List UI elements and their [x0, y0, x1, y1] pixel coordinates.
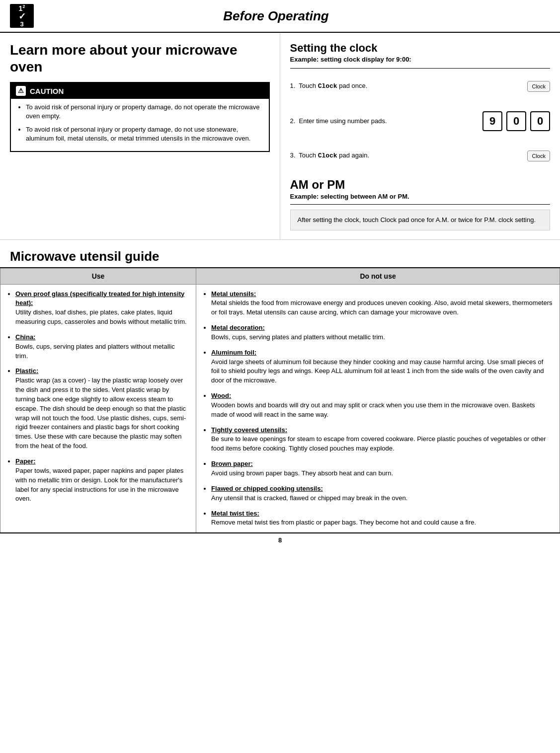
- am-pm-divider: [290, 204, 551, 205]
- dnu-wood-title: Wood:: [211, 392, 231, 399]
- use-item-glass-title: Oven proof glass (specifically treated f…: [15, 290, 184, 307]
- use-item-glass: Oven proof glass (specifically treated f…: [15, 290, 189, 327]
- dnu-aluminum-foil-text: Avoid large sheets of aluminum foil beca…: [211, 358, 544, 384]
- step1-clock-pad: Clock: [527, 81, 550, 92]
- dnu-metal-twist-text: Remove metal twist ties from plastic or …: [211, 519, 476, 526]
- step1-text-after: pad once.: [337, 82, 368, 89]
- dnu-tightly-covered: Tightly covered utensils: Be sure to lea…: [211, 426, 553, 454]
- learn-title: Learn more about your microwave oven: [10, 42, 270, 75]
- use-item-china-text: Bowls, cups, serving plates and platters…: [15, 343, 175, 360]
- caution-body: To avoid risk of personal injury or prop…: [11, 99, 269, 151]
- step3-number: 3. Touch: [290, 151, 318, 159]
- dnu-metal-utensils-title: Metal utensils:: [211, 290, 256, 298]
- dnu-metal-twist-title: Metal twist ties:: [211, 510, 259, 517]
- dnu-metal-decoration-title: Metal decoration:: [211, 324, 265, 331]
- use-list: Oven proof glass (specifically treated f…: [7, 290, 189, 504]
- am-pm-description: After setting the clock, touch Clock pad…: [290, 210, 551, 230]
- dnu-brown-paper: Brown paper: Avoid using brown paper bag…: [211, 459, 553, 478]
- dnu-flawed-text: Any utensil that is cracked, flawed or c…: [211, 494, 407, 502]
- dnu-aluminum-foil-title: Aluminum foil:: [211, 349, 256, 356]
- step3-clock-pad: Clock: [527, 151, 550, 161]
- do-not-use-col: Metal utensils: Metal shields the food f…: [196, 284, 560, 533]
- dnu-wood: Wood: Wooden bowls and boards will dry o…: [211, 391, 553, 420]
- am-pm-title: AM or PM: [290, 178, 551, 192]
- page-number: 8: [278, 536, 282, 544]
- utensil-row: Oven proof glass (specifically treated f…: [0, 284, 560, 533]
- caution-header: ⚠ CAUTION: [11, 83, 269, 99]
- dnu-wood-text: Wooden bowls and boards will dry out and…: [211, 401, 535, 418]
- clock-step-3: 3. Touch Clock pad again. Clock: [290, 143, 551, 169]
- page-header: 12 ✓ 3 Before Operating: [0, 0, 560, 33]
- dnu-aluminum-foil: Aluminum foil: Avoid large sheets of alu…: [211, 348, 553, 385]
- use-item-paper-title: Paper:: [15, 457, 35, 465]
- caution-item-1: To avoid risk of personal injury or prop…: [26, 103, 263, 121]
- step1-clock-word: Clock: [318, 82, 337, 90]
- dnu-tightly-covered-title: Tightly covered utensils:: [211, 426, 287, 434]
- dnu-tightly-covered-text: Be sure to leave openings for steam to e…: [211, 435, 546, 452]
- dnu-metal-utensils-text: Metal shields the food from microwave en…: [211, 299, 552, 316]
- step3-text-after: pad again.: [337, 151, 369, 159]
- dnu-flawed-title: Flawed or chipped cooking utensils:: [211, 485, 323, 492]
- dnu-metal-twist: Metal twist ties: Remove metal twist tie…: [211, 509, 553, 528]
- use-item-plastic: Plastic: Plastic wrap (as a cover) - lay…: [15, 367, 189, 451]
- header-icon: 12 ✓ 3: [10, 4, 34, 28]
- number-pad-0b: 0: [530, 111, 550, 131]
- number-pad-0a: 0: [506, 111, 526, 131]
- utensil-section: Microwave utensil guide Use Do not use O…: [0, 240, 560, 534]
- page-title: Before Operating: [34, 8, 550, 24]
- clock-step-2-text: 2. Enter time using number pads.: [290, 117, 478, 126]
- clock-step-1-text: 1. Touch Clock pad once.: [290, 81, 523, 91]
- utensil-title: Microwave utensil guide: [0, 245, 560, 267]
- caution-item-2: To avoid risk of personal injury or prop…: [26, 125, 263, 143]
- clock-divider: [290, 68, 551, 69]
- dnu-metal-utensils: Metal utensils: Metal shields the food f…: [211, 290, 553, 318]
- use-item-glass-text: Utility dishes, loaf dishes, pie plates,…: [15, 308, 187, 325]
- use-item-china: China: Bowls, cups, serving plates and p…: [15, 333, 189, 361]
- step2-number: 2. Enter time using number pads.: [290, 117, 387, 125]
- use-item-plastic-text: Plastic wrap (as a cover) - lay the plas…: [15, 376, 186, 450]
- number-pad-9: 9: [482, 111, 502, 131]
- number-pads: 9 0 0: [482, 111, 550, 131]
- step3-clock-word: Clock: [318, 152, 337, 159]
- warning-icon: ⚠: [16, 86, 26, 96]
- step1-number: 1. Touch: [290, 82, 318, 89]
- use-item-paper-text: Paper towls, waxed paper, paper napkins …: [15, 467, 183, 503]
- caution-box: ⚠ CAUTION To avoid risk of personal inju…: [10, 82, 270, 152]
- page-footer: 8: [0, 533, 560, 547]
- use-col: Oven proof glass (specifically treated f…: [0, 284, 196, 533]
- dnu-brown-paper-title: Brown paper:: [211, 460, 253, 467]
- am-pm-clock-word: Clock: [380, 216, 397, 224]
- dnu-flawed: Flawed or chipped cooking utensils: Any …: [211, 484, 553, 503]
- use-item-paper: Paper: Paper towls, waxed paper, paper n…: [15, 457, 189, 504]
- clock-subtitle: Example: setting clock display for 9:00:: [290, 56, 551, 63]
- clock-title: Setting the clock: [290, 42, 551, 55]
- caution-list: To avoid risk of personal injury or prop…: [17, 103, 263, 143]
- main-content: Learn more about your microwave oven ⚠ C…: [0, 33, 560, 240]
- am-pm-subtitle: Example: selecting between AM or PM.: [290, 193, 551, 200]
- dnu-metal-decoration-text: Bowls, cups, serving plates and platters…: [211, 333, 385, 341]
- right-column: Setting the clock Example: setting clock…: [280, 33, 560, 239]
- caution-label: CAUTION: [30, 87, 64, 95]
- dnu-brown-paper-text: Avoid using brown paper bags. They absor…: [211, 469, 393, 477]
- clock-step-2: 2. Enter time using number pads. 9 0 0: [290, 108, 551, 134]
- left-column: Learn more about your microwave oven ⚠ C…: [0, 33, 280, 239]
- clock-step-3-text: 3. Touch Clock pad again.: [290, 151, 523, 160]
- do-not-use-header: Do not use: [196, 268, 560, 285]
- utensil-table: Use Do not use Oven proof glass (specifi…: [0, 267, 560, 534]
- clock-step-1: 1. Touch Clock pad once. Clock: [290, 74, 551, 99]
- use-item-china-title: China:: [15, 333, 35, 341]
- dnu-metal-decoration: Metal decoration: Bowls, cups, serving p…: [211, 323, 553, 342]
- use-header: Use: [0, 268, 196, 285]
- use-item-plastic-title: Plastic:: [15, 367, 38, 375]
- do-not-use-list: Metal utensils: Metal shields the food f…: [203, 290, 553, 528]
